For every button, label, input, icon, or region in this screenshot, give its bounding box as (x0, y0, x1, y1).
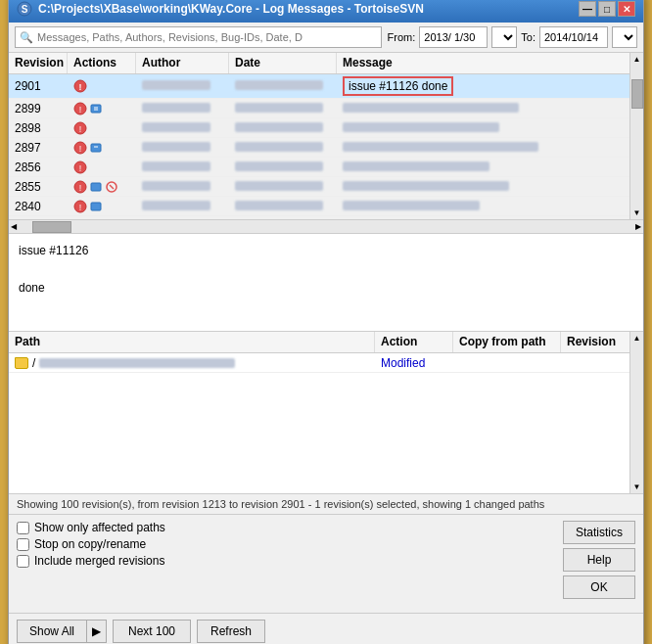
path-blurred (39, 358, 235, 368)
cell-date (229, 159, 337, 176)
table-row[interactable]: 2840 ! (9, 197, 629, 216)
show-all-button[interactable]: Show All (17, 620, 86, 643)
cell-actions: ! (68, 119, 136, 137)
header-actions: Actions (68, 53, 136, 73)
cell-date (229, 139, 337, 157)
close-button[interactable]: ✕ (618, 1, 635, 17)
table-row[interactable]: 2899 ! (9, 99, 629, 118)
commit-message-line3: done (19, 279, 633, 298)
to-date-input[interactable] (539, 26, 608, 48)
scroll-up-icon[interactable]: ▲ (631, 53, 643, 66)
stop-copy-label[interactable]: Stop on copy/rename (17, 537, 165, 551)
to-label: To: (521, 31, 536, 43)
include-merged-text: Include merged revisions (34, 554, 164, 568)
paths-pane: Path Action Copy from path Revision / Mo… (9, 332, 643, 493)
cell-revision (561, 361, 629, 365)
table-scrollbar[interactable]: ▲ ▼ (629, 53, 643, 219)
horizontal-scrollbar[interactable]: ◀ ▶ (9, 219, 643, 233)
action-icon2 (89, 200, 103, 213)
action-icon2 (89, 180, 103, 194)
stop-copy-checkbox[interactable] (17, 538, 29, 551)
cell-revision: 2899 (9, 100, 68, 117)
search-input[interactable] (37, 31, 377, 43)
table-row[interactable]: 2856 ! (9, 158, 629, 177)
table-row[interactable]: 2898 ! (9, 118, 629, 138)
help-button[interactable]: Help (563, 548, 635, 572)
svg-text:S: S (22, 4, 28, 15)
cell-actions: ! (68, 139, 136, 157)
show-affected-label[interactable]: Show only affected paths (17, 521, 165, 534)
cell-author (136, 159, 229, 176)
search-icon: 🔍 (20, 31, 33, 44)
action-icon: ! (73, 180, 87, 194)
cell-revision: 2855 (9, 178, 68, 196)
to-date-dropdown[interactable] (612, 26, 637, 48)
include-merged-label[interactable]: Include merged revisions (17, 554, 165, 568)
scroll-down-icon[interactable]: ▼ (631, 207, 643, 219)
cell-message (337, 119, 629, 137)
header-revision: Revision (9, 53, 68, 73)
cell-revision: 2856 (9, 159, 68, 176)
cell-message (337, 100, 629, 117)
table-header: Revision Actions Author Date Message (9, 53, 629, 74)
cell-author (136, 178, 229, 196)
action-icon3 (105, 180, 118, 194)
from-label: From: (388, 31, 416, 43)
maximize-button[interactable]: □ (598, 1, 616, 17)
include-merged-checkbox[interactable] (17, 555, 29, 568)
search-box[interactable]: 🔍 (15, 26, 382, 48)
cell-date (229, 119, 337, 137)
next-100-button[interactable]: Next 100 (113, 620, 191, 643)
h-scroll-right-icon[interactable]: ▶ (633, 220, 643, 233)
cell-actions: ! (68, 77, 136, 95)
statistics-button[interactable]: Statistics (563, 521, 635, 544)
paths-scroll-up-icon[interactable]: ▲ (631, 332, 643, 345)
action-icon: ! (73, 141, 87, 155)
table-row[interactable]: 2855 ! (9, 177, 629, 197)
h-scroll-thumb[interactable] (32, 221, 71, 233)
from-date-input[interactable] (419, 26, 488, 48)
cell-copy-from (453, 361, 561, 365)
toolbar: 🔍 From: To: (9, 23, 643, 53)
status-text: Showing 100 revision(s), from revision 1… (17, 498, 544, 510)
cell-message (337, 139, 629, 157)
cell-date (229, 77, 337, 95)
table-body: 2901 ! issue #11126 done 2899 (9, 74, 629, 219)
paths-scrollbar[interactable]: ▲ ▼ (629, 332, 643, 493)
cell-revision: 2897 (9, 139, 68, 157)
commit-message-line2 (19, 260, 633, 279)
cell-date (229, 198, 337, 215)
paths-header: Path Action Copy from path Revision (9, 332, 629, 353)
svg-text:!: ! (79, 124, 82, 134)
cell-message (337, 159, 629, 176)
title-bar: S C:\Projects\XBase\working\KWay.Core - … (9, 0, 643, 23)
show-affected-checkbox[interactable] (17, 522, 29, 534)
svg-text:!: ! (79, 105, 82, 115)
table-row[interactable]: 2897 ! (9, 138, 629, 158)
scroll-thumb[interactable] (631, 79, 643, 109)
show-all-split-button: Show All ▶ (17, 620, 107, 643)
cell-actions: ! (68, 159, 136, 176)
date-section: From: To: (388, 26, 637, 48)
table-row[interactable]: 2901 ! issue #11126 done (9, 74, 629, 99)
from-date-dropdown[interactable] (491, 26, 517, 48)
show-all-dropdown[interactable]: ▶ (86, 620, 107, 643)
minimize-button[interactable]: — (579, 1, 596, 17)
svg-text:!: ! (79, 82, 82, 92)
header-path: Path (9, 332, 375, 352)
action-icon2 (89, 102, 103, 115)
cell-date (229, 100, 337, 117)
cell-revision: 2898 (9, 119, 68, 137)
ok-button[interactable]: OK (563, 575, 635, 599)
refresh-button[interactable]: Refresh (197, 620, 265, 643)
svg-text:!: ! (79, 203, 82, 212)
bottom-controls: Show only affected paths Stop on copy/re… (9, 514, 643, 605)
commit-message-pane: issue #11126 done (9, 234, 643, 332)
h-scroll-left-icon[interactable]: ◀ (9, 220, 19, 233)
svg-rect-6 (91, 105, 101, 113)
path-row[interactable]: / Modified (9, 353, 629, 373)
stop-copy-text: Stop on copy/rename (34, 537, 146, 551)
svg-rect-13 (91, 144, 101, 152)
action-icon: ! (73, 102, 87, 115)
paths-scroll-down-icon[interactable]: ▼ (631, 481, 643, 493)
